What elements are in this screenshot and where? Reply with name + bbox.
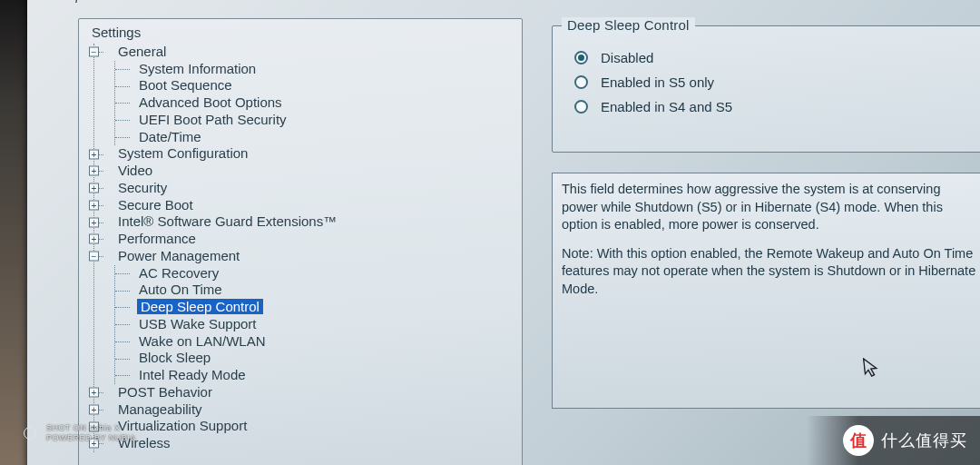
radio-label: Enabled in S5 only: [599, 74, 716, 90]
watermark-right: 值 什么值得买: [807, 416, 980, 465]
root-children: General System Information Boot Sequence…: [93, 44, 514, 452]
collapse-icon[interactable]: [89, 252, 99, 262]
tree-security[interactable]: Security: [94, 180, 514, 197]
tree-sgx[interactable]: Intel® Software Guard Extensions™: [94, 213, 514, 231]
tree-item-boot-sequence[interactable]: Boot Sequence: [115, 77, 514, 94]
settings-tree-panel: Settings General System Information Boot…: [78, 18, 523, 465]
tree-item-auto-on-time[interactable]: Auto On Time: [115, 282, 514, 299]
tree-root[interactable]: Settings: [90, 25, 514, 42]
radio-label: Disabled: [599, 50, 655, 65]
tree-manageability[interactable]: Manageability: [94, 401, 514, 419]
tree-performance[interactable]: Performance: [94, 231, 514, 248]
description-text-1: This field determines how aggressive the…: [562, 181, 979, 234]
expand-icon[interactable]: [89, 166, 99, 176]
tree-virtualization-support[interactable]: Virtualization Support: [94, 418, 514, 435]
expand-icon[interactable]: [89, 217, 99, 227]
tree-general[interactable]: General: [94, 44, 514, 61]
tree-item-deep-sleep-control[interactable]: Deep Sleep Control: [115, 299, 514, 316]
tree-power-management[interactable]: Power Management: [94, 248, 514, 265]
tree-item-block-sleep[interactable]: Block Sleep: [115, 350, 514, 367]
cursor-icon: [863, 356, 882, 384]
tree-item-usb-wake-support[interactable]: USB Wake Support: [115, 316, 514, 333]
watermark-badge: 值: [843, 425, 874, 456]
option-group: Deep Sleep Control Disabled Enabled in S…: [552, 25, 980, 153]
tree-item-uefi-boot-path-security[interactable]: UEFI Boot Path Security: [115, 112, 514, 129]
tree-video[interactable]: Video: [94, 163, 514, 180]
tree-item-advanced-boot-options[interactable]: Advanced Boot Options: [115, 94, 514, 112]
expand-icon[interactable]: [89, 149, 99, 159]
power-children: AC Recovery Auto On Time Deep Sleep Cont…: [114, 265, 514, 384]
workarea: Settings General System Information Boot…: [78, 18, 980, 465]
description-box: This field determines how aggressive the…: [552, 173, 980, 409]
watermark-line-2: POWERED BY NUBIA: [46, 433, 136, 443]
watermark-line-1: SHOT ON nubia X: [46, 423, 136, 433]
watermark-ring-icon: [24, 427, 36, 440]
watermark-left: SHOT ON nubia X POWERED BY NUBIA: [24, 423, 136, 443]
expand-icon[interactable]: [89, 404, 99, 414]
option-group-title: Deep Sleep Control: [562, 17, 695, 33]
tree-wireless[interactable]: Wireless: [94, 435, 514, 452]
tree-secure-boot[interactable]: Secure Boot: [94, 197, 514, 214]
tree-system-configuration[interactable]: System Configuration: [94, 145, 514, 163]
radio-icon[interactable]: [574, 75, 588, 89]
radio-label: Enabled in S4 and S5: [599, 99, 734, 114]
radio-disabled[interactable]: Disabled: [574, 50, 972, 65]
general-children: System Information Boot Sequence Advance…: [114, 61, 514, 146]
tree-item-date-time[interactable]: Date/Time: [115, 129, 514, 146]
tree-item-ac-recovery[interactable]: AC Recovery: [115, 265, 514, 282]
tree-item-intel-ready-mode[interactable]: Intel Ready Mode: [115, 367, 514, 384]
radio-enabled-s5[interactable]: Enabled in S5 only: [574, 74, 972, 90]
collapse-icon[interactable]: [89, 47, 99, 57]
description-text-2: Note: With this option enabled, the Remo…: [562, 245, 979, 299]
expand-icon[interactable]: [89, 200, 99, 210]
tree-item-wake-on-lan-wlan[interactable]: Wake on LAN/WLAN: [115, 333, 514, 351]
radio-icon[interactable]: [574, 51, 588, 64]
watermark-text: 什么值得买: [881, 430, 967, 451]
expand-icon[interactable]: [89, 234, 99, 244]
tree-item-system-information[interactable]: System Information: [115, 61, 514, 78]
detail-pane: Deep Sleep Control Disabled Enabled in S…: [552, 18, 980, 465]
tree-post-behavior[interactable]: POST Behavior: [94, 384, 514, 401]
expand-icon[interactable]: [89, 183, 99, 193]
bios-screen: Dell OptiPlex 7050-China HDD Protection …: [27, 0, 980, 465]
radio-icon[interactable]: [574, 100, 588, 114]
settings-tree[interactable]: Settings General System Information Boot…: [90, 25, 514, 452]
expand-icon[interactable]: [89, 388, 99, 398]
window-title: Dell OptiPlex 7050-China HDD Protection: [27, 0, 980, 9]
radio-enabled-s4-s5[interactable]: Enabled in S4 and S5: [574, 99, 972, 114]
